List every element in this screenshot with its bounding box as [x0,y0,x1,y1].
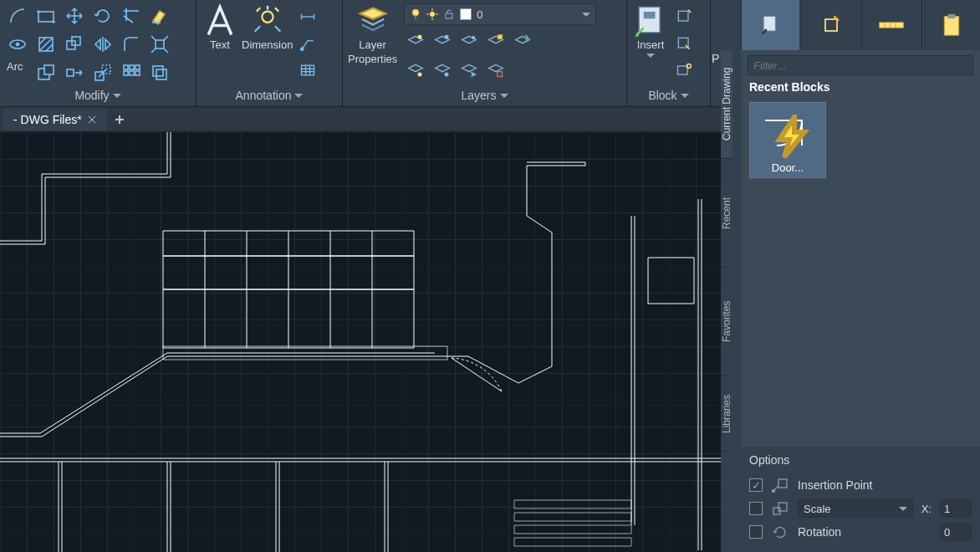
layer-prev-icon[interactable] [457,59,481,82]
block-thumb-door[interactable]: Door... [749,102,826,178]
sidetab-recent[interactable]: Recent [721,159,732,268]
svg-rect-28 [130,71,134,75]
dimension-label: Dimension [242,38,293,51]
palette-side-tabs: Current Drawing Recent Favorites Librari… [721,50,741,552]
region-tool-icon[interactable] [33,60,59,85]
chevron-down-icon [646,53,655,58]
layer-properties-button[interactable]: Layer Properties [348,3,397,86]
layers-panel-dropdown[interactable]: Layers [348,86,621,105]
sun-icon [426,8,438,20]
x-label: X: [921,503,932,515]
scale-dropdown[interactable]: Scale [798,499,913,518]
layer-lock-icon[interactable] [457,30,481,54]
svg-point-47 [301,48,304,50]
scale-icon [771,501,789,516]
scale-label: Scale [804,503,831,515]
erase-tool-icon[interactable] [147,3,172,28]
ribbon-group-block: Insert Block [627,0,711,106]
svg-line-42 [275,27,281,33]
block-panel-label: Block [648,89,676,102]
hatch-tool-icon[interactable] [33,32,59,57]
text-tool[interactable]: Text [202,3,238,51]
sidetab-favorites[interactable]: Favorites [721,268,732,376]
insertion-point-checkbox[interactable] [749,478,763,492]
layer-match-icon[interactable] [511,30,534,54]
svg-rect-24 [124,65,128,69]
close-icon[interactable] [87,115,97,125]
svg-rect-27 [124,71,128,75]
copy-tool-icon[interactable] [62,32,87,57]
dimension-tool[interactable]: Dimension [242,3,293,51]
svg-point-4 [53,21,54,23]
rotation-checkbox[interactable] [749,525,763,539]
annotation-panel-dropdown[interactable]: Annotation [202,86,337,105]
svg-rect-104 [514,538,631,546]
offset-tool-icon[interactable] [147,60,172,85]
svg-rect-103 [514,525,631,534]
block-panel-dropdown[interactable]: Block [632,86,705,105]
insertion-options: Options Insertion Point Scale X: Rotatio… [741,447,980,552]
rectangle-tool-icon[interactable] [33,3,59,28]
palette-top-toolbar [741,0,980,50]
rotation-icon [771,524,789,539]
arc-tool-icon[interactable] [5,3,30,28]
filter-input[interactable] [748,55,973,75]
svg-line-8 [46,44,53,51]
edit-block-icon[interactable] [672,32,696,55]
linear-dim-icon[interactable] [296,5,319,28]
document-tab-label: - DWG Files* [13,113,82,126]
layer-iso-icon[interactable] [404,59,427,82]
rotate-tool-icon[interactable] [90,3,115,28]
svg-rect-68 [644,12,656,18]
palette-mode-create[interactable] [801,0,860,50]
scale-x-input[interactable] [940,499,972,518]
palette-mode-clipboard[interactable] [921,0,980,50]
array-tool-icon[interactable] [119,60,144,85]
mirror-tool-icon[interactable] [90,32,115,57]
table-icon[interactable] [296,59,319,82]
options-heading: Options [749,453,972,467]
layer-selector[interactable]: 0 [404,3,596,25]
svg-point-55 [430,12,435,17]
trim-tool-icon[interactable] [119,3,144,28]
svg-point-116 [773,490,775,493]
svg-rect-31 [156,40,164,49]
insert-label: Insert [637,38,665,51]
explode-tool-icon[interactable] [147,32,172,57]
svg-rect-102 [514,513,631,521]
svg-rect-69 [678,11,688,21]
ellipse-tool-icon[interactable] [5,32,30,57]
edit-attributes-icon[interactable] [672,59,696,82]
svg-rect-86 [648,258,694,304]
sidetab-current-drawing[interactable]: Current Drawing [721,50,732,159]
svg-rect-112 [944,17,959,36]
move-tool-icon[interactable] [62,3,87,28]
svg-line-23 [124,16,133,23]
layer-make-current-icon[interactable] [484,30,508,54]
scale-checkbox[interactable] [749,502,763,515]
svg-rect-101 [514,500,631,509]
rotation-input[interactable] [940,523,972,541]
fillet-tool-icon[interactable] [119,32,144,57]
palette-mode-insert[interactable] [741,0,799,50]
chevron-down-icon [500,93,508,98]
annotation-panel-label: Annotation [236,89,292,102]
svg-line-40 [275,8,278,12]
drawing-content [0,132,721,552]
modify-panel-dropdown[interactable]: Modify [5,86,191,105]
stretch-tool-icon[interactable] [62,60,87,85]
new-tab-button[interactable] [107,109,132,130]
scale-tool-icon[interactable] [90,60,115,85]
drawing-canvas[interactable] [0,132,721,552]
insert-block-button[interactable]: Insert [632,3,669,86]
layer-off-icon[interactable] [404,30,427,54]
palette-mode-measure[interactable] [861,0,920,50]
layer-freeze-icon[interactable] [431,30,454,54]
svg-rect-2 [38,12,54,22]
sidetab-libraries[interactable]: Libraries [721,376,732,452]
create-block-icon[interactable] [672,5,696,28]
layer-states-icon[interactable] [484,59,508,82]
leader-icon[interactable] [296,32,319,55]
layer-uniso-icon[interactable] [431,59,454,82]
document-tab[interactable]: - DWG Files* [3,109,107,130]
